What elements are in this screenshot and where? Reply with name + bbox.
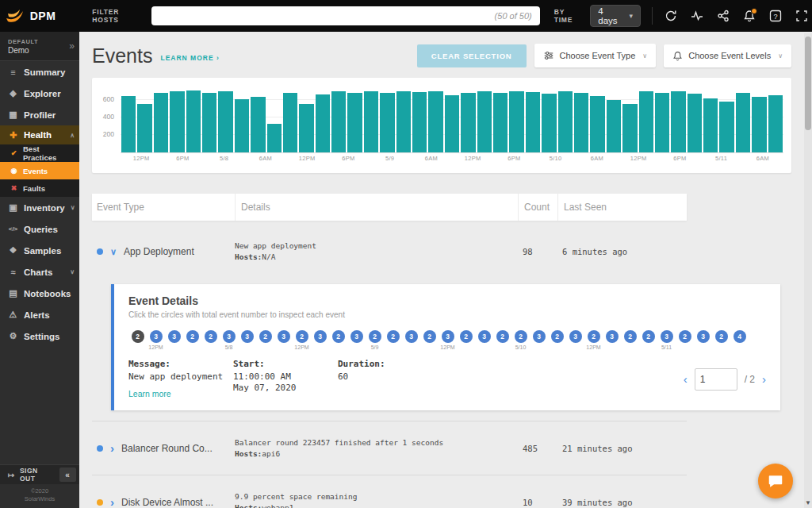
learn-more-link[interactable]: LEARN MORE › xyxy=(160,54,219,62)
chart-bar[interactable] xyxy=(316,94,330,152)
chart-bar[interactable] xyxy=(558,91,573,152)
chart-bar[interactable] xyxy=(574,93,588,152)
clear-selection-button[interactable]: CLEAR SELECTION xyxy=(417,44,527,67)
sign-out-button[interactable]: ↦ SIGN OUT « xyxy=(0,464,79,484)
timeline-event-circle[interactable]: 3 xyxy=(278,330,290,343)
sidebar-item-profiler[interactable]: ▦ Profiler xyxy=(0,104,79,125)
chart-bar[interactable] xyxy=(347,93,362,152)
next-page-arrow[interactable]: › xyxy=(762,372,766,386)
timeline-event-circle[interactable]: 2 xyxy=(715,330,728,343)
details-learn-more-link[interactable]: Learn more xyxy=(128,389,171,398)
choose-event-type-button[interactable]: Choose Event Type ∨ xyxy=(534,44,657,67)
sidebar-item-queries[interactable]: </> Queries xyxy=(0,218,79,240)
timeline-event-circle[interactable]: 2 xyxy=(460,330,473,343)
timeline-event-circle[interactable]: 3 xyxy=(442,330,454,343)
time-range-select[interactable]: 4 days ▾ xyxy=(590,5,641,27)
timeline-event-circle[interactable]: 3 xyxy=(478,330,491,343)
chart-bar[interactable] xyxy=(590,96,604,152)
timeline-event-circle[interactable]: 2 xyxy=(259,330,272,343)
sidebar-item-notebooks[interactable]: ▤ Notebooks xyxy=(0,283,79,304)
timeline-event-circle[interactable]: 2 xyxy=(496,330,509,343)
timeline-event-circle[interactable]: 2 xyxy=(588,330,600,343)
sidebar-item-charts[interactable]: ≈ Charts ∨ xyxy=(0,261,79,283)
chart-bar[interactable] xyxy=(445,95,459,152)
timeline-event-circle[interactable]: 2 xyxy=(186,330,199,343)
chart-bar[interactable] xyxy=(218,91,232,152)
timeline-event-circle[interactable]: 3 xyxy=(223,330,236,343)
chart-bar[interactable] xyxy=(768,95,783,152)
chart-bar[interactable] xyxy=(170,91,184,152)
filter-hosts-input[interactable] xyxy=(151,6,495,25)
chart-bar[interactable] xyxy=(154,93,168,152)
vertical-scrollbar[interactable]: ▼ xyxy=(804,33,812,508)
table-row-app-deployment[interactable]: ∨ App Deployment New app deployment Host… xyxy=(92,227,687,276)
chart-bar[interactable] xyxy=(380,93,394,152)
chart-bar[interactable] xyxy=(461,93,475,152)
chart-bar[interactable] xyxy=(622,104,637,152)
chart-bar[interactable] xyxy=(509,91,523,152)
chart-bar[interactable] xyxy=(671,91,685,152)
chart-bar[interactable] xyxy=(331,91,346,152)
scrollbar-thumb[interactable] xyxy=(805,37,811,130)
sidebar-item-inventory[interactable]: ▣ Inventory ∨ xyxy=(0,197,79,218)
timeline-event-circle[interactable]: 3 xyxy=(697,330,710,343)
chat-support-button[interactable] xyxy=(758,464,793,498)
collapse-sidebar-button[interactable]: « xyxy=(59,468,76,482)
scrollbar-down-arrow[interactable]: ▼ xyxy=(804,499,812,506)
timeline-event-circle[interactable]: 2 xyxy=(296,330,308,343)
sidebar-item-health[interactable]: ✚ Health ∧ xyxy=(0,125,79,144)
notifications-bell-icon[interactable] xyxy=(739,6,760,26)
chart-bar[interactable] xyxy=(235,99,249,152)
timeline-event-circle[interactable]: 3 xyxy=(606,330,619,343)
chart-bar[interactable] xyxy=(736,93,750,152)
timeline-event-circle[interactable]: 3 xyxy=(168,330,181,343)
chart-bar[interactable] xyxy=(526,92,540,152)
timeline-event-circle[interactable]: 3 xyxy=(314,330,327,343)
timeline-event-circle[interactable]: 3 xyxy=(150,330,163,343)
chart-bar[interactable] xyxy=(655,93,669,152)
chart-bar[interactable] xyxy=(719,102,733,153)
timeline-event-circle[interactable]: 2 xyxy=(423,330,436,343)
choose-event-levels-button[interactable]: Choose Event Levels ∨ xyxy=(664,44,791,67)
chart-bar[interactable] xyxy=(364,91,378,152)
timeline-event-circle[interactable]: 2 xyxy=(515,330,527,343)
chart-bar[interactable] xyxy=(299,104,313,152)
help-icon[interactable]: ? xyxy=(765,6,786,26)
chart-bar[interactable] xyxy=(283,93,297,152)
chart-bar[interactable] xyxy=(752,97,766,152)
filter-hosts-field[interactable]: (50 of 50) xyxy=(151,6,540,25)
table-row-disk-device[interactable]: › Disk Device Almost ... 9.9 percent spa… xyxy=(92,475,687,508)
chart-bar[interactable] xyxy=(493,93,508,152)
sidebar-item-samples[interactable]: ❖ Samples xyxy=(0,240,79,261)
activity-icon[interactable] xyxy=(687,6,707,26)
chart-bar[interactable] xyxy=(267,124,282,152)
timeline-event-circle[interactable]: 3 xyxy=(661,330,673,343)
environment-switcher[interactable]: DEFAULT Demo » xyxy=(0,32,79,61)
timeline-event-circle[interactable]: 3 xyxy=(533,330,546,343)
chart-bar[interactable] xyxy=(477,91,492,152)
chart-bar[interactable] xyxy=(607,100,621,152)
sidebar-item-alerts[interactable]: ⚠ Alerts xyxy=(0,304,79,325)
sidebar-item-explorer[interactable]: ◈ Explorer xyxy=(0,83,79,104)
chart-bar[interactable] xyxy=(186,90,201,152)
timeline-event-circle[interactable]: 3 xyxy=(241,330,254,343)
page-number-input[interactable] xyxy=(695,368,737,391)
chart-bar[interactable] xyxy=(428,91,442,152)
chart-bar[interactable] xyxy=(688,94,702,152)
timeline-event-circle[interactable]: 2 xyxy=(679,330,691,343)
chart-bar[interactable] xyxy=(251,97,265,152)
sidebar-item-events[interactable]: ◉ Events xyxy=(0,162,79,179)
expand-row-chevron-icon[interactable]: › xyxy=(110,498,114,506)
expand-row-chevron-icon[interactable]: › xyxy=(110,444,114,452)
previous-page-arrow[interactable]: ‹ xyxy=(684,372,688,386)
collapse-row-chevron-icon[interactable]: ∨ xyxy=(110,247,117,257)
share-icon[interactable] xyxy=(713,6,733,26)
refresh-icon[interactable] xyxy=(661,6,681,26)
timeline-event-circle[interactable]: 2 xyxy=(205,330,217,343)
chart-bar[interactable] xyxy=(137,104,151,152)
sidebar-item-summary[interactable]: ≡ Summary xyxy=(0,61,79,83)
chart-bar[interactable] xyxy=(703,98,718,152)
chart-bar[interactable] xyxy=(121,96,136,152)
timeline-event-circle[interactable]: 2 xyxy=(551,330,564,343)
chart-bar[interactable] xyxy=(639,91,653,152)
